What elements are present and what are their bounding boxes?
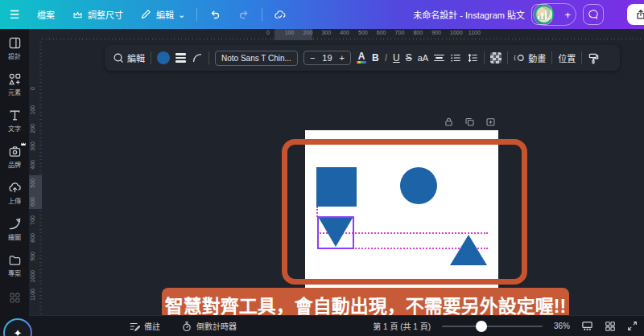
sidebar-item-draw[interactable]: 繪圖 (0, 217, 29, 253)
border-weight-icon[interactable] (175, 53, 186, 63)
lock-icon[interactable] (442, 115, 455, 128)
ruler-tick-label: 500 (358, 30, 368, 35)
resize-button[interactable]: 調整尺寸 (63, 0, 131, 29)
pages-view-button[interactable] (581, 320, 593, 332)
undo-icon (208, 8, 221, 21)
top-ruler: 010020030040050060070080090010001100 (42, 29, 644, 40)
position-button[interactable]: 位置 (558, 51, 576, 64)
grid-view-button[interactable] (605, 321, 616, 332)
ruler-tick-label: 400 (30, 160, 35, 170)
canva-editor-window: ☰ 檔案 調整尺寸 編輯 ⌄ (0, 0, 644, 336)
edit-image-button[interactable]: 編輯 (113, 51, 145, 64)
ruler-tick-label: 400 (340, 30, 349, 35)
text-align-button[interactable] (434, 55, 444, 62)
share-button[interactable] (627, 4, 644, 25)
toolbar-divider (151, 51, 151, 64)
page-indicator: 第 1 頁 (共 1 頁) (373, 320, 431, 332)
ruler-tick-label: 1100 (30, 289, 35, 301)
ruler-tick-label: 0 (30, 87, 35, 90)
fullscreen-button[interactable] (627, 321, 638, 331)
cloud-check-icon (274, 8, 287, 21)
timer-button[interactable]: 倒數計時器 (181, 320, 237, 332)
notes-button[interactable]: 備註 (129, 320, 160, 332)
ruler-tick-label: 900 (30, 252, 35, 261)
sidebar-item-text[interactable]: 文字 (0, 109, 29, 145)
zoom-slider[interactable] (442, 326, 543, 327)
list-button[interactable] (450, 52, 461, 64)
font-size-decrease[interactable]: − (310, 53, 315, 63)
ruler-tick-label: 700 (30, 215, 35, 225)
object-panel-rail: 設計 元素 文字 品牌 上傳 (0, 29, 29, 336)
zoom-percent[interactable]: 36% (554, 322, 570, 330)
left-ruler: 010020030040050060070080090010001100 (29, 40, 42, 336)
font-family-selector[interactable]: Noto Sans T Chin... (215, 51, 298, 66)
sidebar-item-label: 上傳 (8, 196, 21, 205)
timer-label: 倒數計時器 (196, 320, 237, 332)
zoom-slider-thumb[interactable] (476, 321, 487, 332)
animate-label: 動畫 (528, 51, 546, 64)
brand-icon (8, 145, 22, 158)
sidebar-item-uploads[interactable]: 上傳 (0, 181, 29, 217)
font-size-value[interactable]: 19 (322, 53, 332, 63)
resize-label: 調整尺寸 (88, 8, 123, 21)
sidebar-item-elements[interactable]: 元素 (0, 72, 29, 109)
page-controls (442, 115, 497, 128)
comments-button[interactable] (583, 4, 604, 25)
text-color-button[interactable]: A (357, 52, 366, 64)
edit-adjust-icon (113, 52, 124, 64)
ruler-tick-label: 300 (321, 30, 331, 35)
pencil-icon (139, 8, 152, 21)
draw-pen-icon (8, 217, 22, 231)
line-spacing-button[interactable] (467, 52, 478, 64)
sidebar-item-design[interactable]: 設計 (0, 36, 29, 72)
sidebar-item-label: 品牌 (8, 160, 21, 169)
transparency-button[interactable] (490, 52, 502, 64)
animate-button[interactable]: 動畫 (514, 51, 546, 64)
apps-grid-icon (8, 291, 22, 305)
add-page-icon[interactable] (484, 115, 497, 128)
cloud-save-status-button[interactable] (266, 0, 295, 29)
main-menu-button[interactable]: ☰ (0, 0, 29, 29)
notes-icon (129, 321, 140, 332)
file-menu-button[interactable]: 檔案 (29, 0, 63, 29)
edit-menu-button[interactable]: 編輯 ⌄ (131, 0, 193, 29)
ruler-tick-label: 800 (30, 233, 35, 243)
ruler-tick-label: 0 (266, 30, 270, 35)
copy-style-roller-icon[interactable] (588, 52, 600, 64)
italic-button[interactable]: I (385, 52, 387, 64)
canvas-workspace[interactable]: 智慧對齊工具，會自動出現，不需要另外設定喔!! + 新增頁面 (42, 40, 644, 336)
sidebar-item-label: 設計 (8, 51, 21, 60)
top-menu-bar: ☰ 檔案 調整尺寸 編輯 ⌄ (0, 0, 644, 29)
design-icon (8, 36, 22, 50)
design-title[interactable]: 未命名設計 - Instagram 貼文 (413, 0, 525, 29)
strikethrough-button[interactable]: S (406, 52, 412, 64)
upload-cloud-icon (8, 181, 22, 195)
chevron-down-icon: ⌄ (178, 10, 185, 20)
toolbar-divider (208, 51, 209, 64)
toolbar-divider (507, 51, 508, 64)
underline-button[interactable]: U (393, 52, 400, 64)
duplicate-page-icon[interactable] (463, 115, 476, 128)
arc-icon[interactable] (192, 52, 203, 64)
topbar-divider (196, 8, 197, 21)
undo-button[interactable] (200, 0, 229, 29)
insights-button[interactable] (531, 4, 552, 25)
text-case-button[interactable]: aA (418, 53, 428, 63)
sidebar-item-projects[interactable]: 專案 (0, 253, 29, 289)
text-icon (8, 109, 22, 122)
text-color-letter: A (358, 52, 365, 61)
sidebar-item-brand[interactable]: 品牌 (0, 145, 29, 181)
elements-icon (8, 72, 22, 86)
edit-image-label: 編輯 (127, 51, 145, 64)
context-toolbar: 編輯 Noto Sans T Chin... − 19 + A B I U S … (105, 45, 620, 71)
sidebar-item-label: 元素 (8, 88, 21, 96)
ruler-tick-label: 600 (30, 197, 35, 207)
redo-button[interactable] (229, 0, 258, 29)
font-size-increase[interactable]: + (340, 53, 345, 63)
add-member-button[interactable]: + (564, 9, 571, 21)
topbar-divider (262, 8, 262, 21)
hamburger-icon: ☰ (8, 8, 21, 21)
fill-color-swatch[interactable] (157, 51, 170, 64)
comment-bubble-icon (588, 9, 599, 20)
bold-button[interactable]: B (372, 52, 379, 64)
